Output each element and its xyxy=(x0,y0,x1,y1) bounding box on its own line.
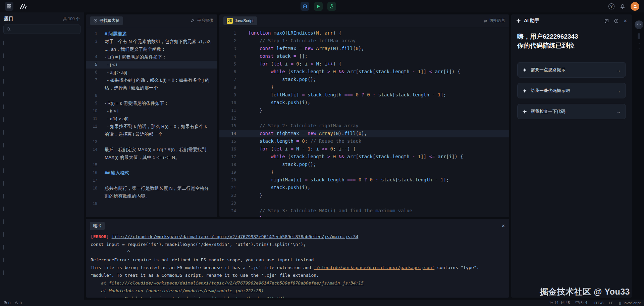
problem-title-badge[interactable]: 寻找最大值 xyxy=(90,16,123,25)
code-line[interactable]: 4 const stack = []; xyxy=(219,52,509,60)
problem-text xyxy=(97,138,217,146)
history-button[interactable] xyxy=(614,18,619,24)
code-line[interactable]: 1function maxOfLRIndices(N, arr) { xyxy=(219,29,509,37)
code-line[interactable]: 19 } xyxy=(219,168,509,176)
language-badge[interactable]: JS JavaScript xyxy=(223,16,257,25)
switch-language-label: 切换语言 xyxy=(489,18,505,24)
file-link[interactable]: '/cloudide/workspace/daimalianxi/package… xyxy=(314,265,434,270)
question-list-item[interactable] xyxy=(0,215,84,228)
code-line[interactable]: 18 stack.pop(); xyxy=(219,161,509,168)
question-list-item[interactable] xyxy=(0,190,84,203)
strip-handle[interactable] xyxy=(638,33,640,39)
ai-suggestion-code-hint[interactable]: 给我一些代码提示吧 → xyxy=(517,83,626,98)
question-list-item[interactable] xyxy=(0,241,84,254)
question-list-item[interactable] xyxy=(0,228,84,241)
list-item-marker xyxy=(3,130,4,135)
code-text: } xyxy=(236,83,509,91)
list-item-marker xyxy=(3,104,4,109)
line-number: 17 xyxy=(219,153,236,161)
warnings-indicator[interactable]: 0 xyxy=(14,301,21,305)
code-text xyxy=(236,199,509,207)
code-line[interactable]: 10 stack.push(i); xyxy=(219,99,509,106)
workspace: 寻找最大值 平台提供 1# 问题描述3对于一个有 N 个元素的数组，包含如下的元… xyxy=(84,12,634,300)
line-number: 9 xyxy=(86,99,97,107)
language-mode[interactable]: {} JavaScript xyxy=(619,301,641,305)
run-code-button[interactable] xyxy=(314,2,323,11)
code-line[interactable]: 9 leftMax[i] = stack.length === 0 ? 0 : … xyxy=(219,91,509,99)
code-line[interactable]: 24 // Step 3: Calculate MAX(i) and find … xyxy=(219,207,509,215)
code-line[interactable]: 22 } xyxy=(219,191,509,199)
help-button[interactable]: ? xyxy=(608,3,614,9)
question-list-item[interactable] xyxy=(0,62,84,75)
code-line[interactable]: 11 } xyxy=(219,106,509,114)
question-search[interactable] xyxy=(3,25,80,34)
code-line[interactable]: 6 while (stack.length > 0 && arr[stack[s… xyxy=(219,68,509,76)
errors-indicator[interactable]: 0 xyxy=(3,301,10,305)
problem-text: - 如果找不到 k 的话，那么 R(i) = 0；如果有多个 k 的话，选择离 … xyxy=(97,123,217,138)
output-line: This file is being treated as an ES modu… xyxy=(91,264,504,271)
code-line[interactable]: 2 // Step 1: Calculate leftMax array xyxy=(219,37,509,45)
code-line[interactable]: 17 while (stack.length > 0 && arr[stack[… xyxy=(219,153,509,161)
problem-text: - 如果找不到 j 的话，那么 L(i) = 0；如果有多个 j 的话，选择离 … xyxy=(97,76,217,92)
statusbar-right: 行 14, 列 45 空格: 4 UTF-8 LF {} JavaScript xyxy=(549,300,641,305)
question-list-item[interactable] xyxy=(0,88,84,100)
code-line[interactable]: 20 rightMax[i] = stack.length === 0 ? 0 … xyxy=(219,176,509,184)
indent-setting[interactable]: 空格: 4 xyxy=(575,300,587,305)
code-line[interactable]: 14 const rightMax = new Array(N).fill(0)… xyxy=(219,130,509,137)
code-text: const leftMax = new Array(N).fill(0); xyxy=(236,45,509,52)
question-list-item[interactable] xyxy=(0,100,84,113)
code-line[interactable]: 23 xyxy=(219,199,509,207)
question-list-item[interactable] xyxy=(0,203,84,215)
code-line[interactable]: 21 stack.push(i); xyxy=(219,184,509,191)
new-chat-button[interactable] xyxy=(604,18,609,24)
close-output-button[interactable]: ✕ xyxy=(501,224,505,228)
question-list-item[interactable] xyxy=(0,177,84,190)
output-text: at ModuleJob.run (node:internal/modules/… xyxy=(91,288,264,293)
ai-suggestion-review-code[interactable]: 帮我检查一下代码 → xyxy=(517,104,626,119)
help-icon: ? xyxy=(610,4,612,9)
right-edge-toolbar xyxy=(634,12,644,300)
format-code-button[interactable] xyxy=(301,2,309,11)
code-line[interactable]: 8 } xyxy=(219,83,509,91)
code-line[interactable]: 15 stack.length = 0; // Reuse the stack xyxy=(219,137,509,145)
encoding-setting[interactable]: UTF-8 xyxy=(593,301,604,305)
file-link[interactable]: file:///cloudide/workspace/daimalianxi/t… xyxy=(109,280,364,286)
question-list-item[interactable] xyxy=(0,254,84,266)
ai-mascot-avatar[interactable] xyxy=(635,20,643,29)
code-line[interactable]: 3 const leftMax = new Array(N).fill(0); xyxy=(219,45,509,52)
question-list-item[interactable] xyxy=(0,126,84,139)
question-list-item[interactable] xyxy=(0,139,84,151)
brand-logo-button[interactable] xyxy=(18,2,28,11)
list-item-marker xyxy=(3,79,4,84)
cursor-position[interactable]: 行 14, 列 45 xyxy=(549,300,570,305)
question-list-item[interactable] xyxy=(0,75,84,88)
code-line[interactable]: 13 // Step 2: Calculate rightMax array xyxy=(219,122,509,130)
question-list-item[interactable] xyxy=(0,37,84,49)
run-tests-button[interactable] xyxy=(327,2,336,11)
code-line[interactable]: 12 xyxy=(219,114,509,122)
user-avatar[interactable] xyxy=(631,2,639,11)
list-item-marker xyxy=(3,156,4,160)
question-list-item[interactable] xyxy=(0,151,84,164)
arrow-right-icon: → xyxy=(616,88,621,94)
question-list-item[interactable] xyxy=(0,49,84,62)
close-ai-panel-button[interactable]: ✕ xyxy=(624,18,627,24)
problem-panel: 寻找最大值 平台提供 1# 问题描述3对于一个有 N 个元素的数组，包含如下的元… xyxy=(86,14,217,217)
code-line[interactable]: 5 for (let i = 0; i < N; i++) { xyxy=(219,60,509,68)
code-line[interactable]: 16 for (let i = N - 1; i >= 0; i--) { xyxy=(219,145,509,153)
notifications-button[interactable] xyxy=(620,4,625,9)
question-list-item[interactable] xyxy=(0,113,84,126)
search-input[interactable] xyxy=(13,27,77,32)
file-link[interactable]: file:///cloudide/workspace/daimalianxi/t… xyxy=(112,234,359,239)
line-number: 9 xyxy=(219,91,236,99)
code-line[interactable]: 25 let max = 0; xyxy=(219,215,509,217)
app-menu-button[interactable] xyxy=(5,2,13,11)
code-text: while (stack.length > 0 && arr[stack[sta… xyxy=(236,153,509,161)
ai-suggestion-idea-hint[interactable]: 需要一点思路提示 → xyxy=(517,62,626,78)
code-line[interactable]: 7 stack.pop(); xyxy=(219,76,509,83)
question-list-item[interactable] xyxy=(0,266,84,279)
code-editor[interactable]: 1function maxOfLRIndices(N, arr) {2 // S… xyxy=(219,27,509,217)
question-list-item[interactable] xyxy=(0,164,84,177)
switch-language-button[interactable]: ⇄ 切换语言 xyxy=(484,18,505,24)
eol-setting[interactable]: LF xyxy=(609,301,613,305)
